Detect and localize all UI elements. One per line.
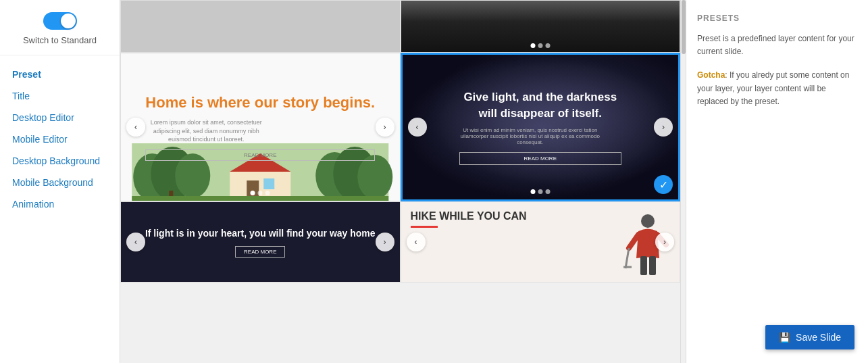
glow-body: Ut wisi enim ad minim veniam, quis nostr… — [459, 127, 601, 145]
preset-card-home[interactable]: Home is where our story begins. Lorem ip… — [120, 53, 401, 201]
sidebar-item-animation[interactable]: Animation — [0, 193, 120, 215]
sidebar-item-preset[interactable]: Preset — [0, 64, 120, 85]
svg-point-7 — [357, 155, 392, 199]
home-card-prev[interactable]: ‹ — [126, 118, 145, 137]
preset-card-dark-road[interactable] — [401, 0, 681, 53]
home-card-dots — [251, 191, 270, 195]
hike-underline — [411, 226, 438, 228]
right-panel-gotcha: Gotcha: If you alredy put some content o… — [697, 69, 857, 108]
dark-card-next[interactable]: › — [376, 233, 394, 251]
svg-line-16 — [629, 235, 638, 248]
glow-btn: READ MORE — [459, 152, 621, 165]
preset-card-hike[interactable]: HIKE WHILE YOU CAN — [401, 201, 681, 283]
sidebar-nav: Preset Title Desktop Editor Mobile Edito… — [0, 55, 120, 223]
preset-card-glow[interactable]: Give light, and the darkness will disapp… — [401, 53, 681, 201]
glow-card-prev[interactable]: ‹ — [408, 118, 427, 137]
toggle-section: Switch to Standard — [0, 0, 120, 55]
save-label: Save Slide — [796, 332, 841, 343]
svg-rect-12 — [132, 196, 388, 201]
preset-card-dark-text[interactable]: If light is in your heart, you will find… — [120, 201, 401, 283]
standard-toggle[interactable] — [43, 12, 77, 30]
right-panel-title: PRESETS — [697, 14, 857, 23]
right-panel-desc: Preset is a predefined layer content for… — [697, 32, 857, 58]
home-heading: Home is where our story begins. — [145, 93, 375, 113]
sidebar-item-mobile-bg[interactable]: Mobile Background — [0, 172, 120, 193]
scrollbar-thumb[interactable] — [682, 0, 686, 54]
dark-heading: If light is in your heart, you will find… — [145, 226, 376, 241]
gotcha-label: Gotcha — [697, 70, 725, 80]
home-body: Lorem ipsum dolor sit amet, consectetuer… — [145, 118, 267, 144]
hike-card-prev[interactable]: ‹ — [407, 233, 426, 251]
home-btn: READ MORE — [145, 149, 375, 161]
save-slide-button[interactable]: 💾 Save Slide — [765, 325, 854, 349]
preset-card-gray[interactable] — [120, 0, 401, 53]
sidebar-item-desktop-editor[interactable]: Desktop Editor — [0, 107, 120, 128]
glow-card-dots — [530, 189, 550, 194]
glow-heading: Give light, and the darkness will disapp… — [459, 89, 621, 122]
presets-grid-container: Home is where our story begins. Lorem ip… — [120, 0, 680, 363]
home-card-next[interactable]: › — [376, 118, 394, 137]
sidebar-item-title[interactable]: Title — [0, 85, 120, 107]
svg-line-18 — [626, 248, 629, 268]
svg-point-13 — [641, 214, 655, 228]
svg-rect-14 — [640, 256, 647, 275]
dark-btn: READ MORE — [235, 246, 285, 258]
hike-card-next[interactable]: › — [655, 233, 674, 251]
sidebar: Switch to Standard Preset Title Desktop … — [0, 0, 120, 363]
sidebar-item-desktop-bg[interactable]: Desktop Background — [0, 150, 120, 172]
presets-grid: Home is where our story begins. Lorem ip… — [120, 0, 680, 283]
sidebar-item-mobile-editor[interactable]: Mobile Editor — [0, 128, 120, 150]
selected-checkmark: ✓ — [654, 175, 673, 194]
svg-rect-11 — [263, 178, 274, 189]
dark-card-prev[interactable]: ‹ — [126, 233, 145, 251]
toggle-label: Switch to Standard — [23, 35, 97, 45]
right-panel: PRESETS Preset is a predefined layer con… — [686, 0, 868, 363]
glow-card-next[interactable]: › — [654, 118, 673, 137]
svg-rect-15 — [649, 256, 656, 275]
save-icon: 💾 — [779, 332, 790, 343]
scrollbar-track[interactable] — [680, 0, 686, 363]
